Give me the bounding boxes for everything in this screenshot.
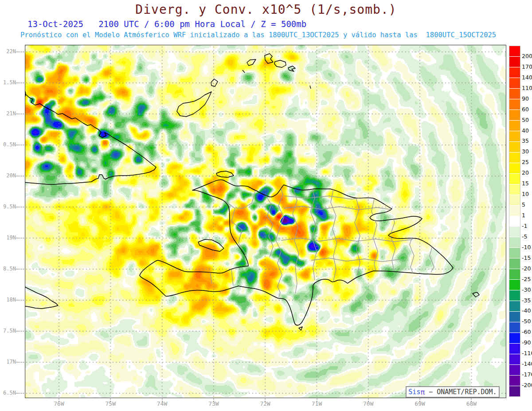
colorbar-tick-label: -60 [522, 329, 531, 335]
lat-tick-label: 20N [1, 172, 16, 179]
colorbar-tick-label: -50 [522, 318, 531, 325]
colorbar-segment [509, 216, 520, 227]
colorbar-tick-label: -10 [522, 244, 531, 251]
colorbar-tick-label: 25 [522, 159, 529, 165]
colorbar-tick-label: 10 [522, 191, 529, 197]
lat-axis-tick [16, 145, 24, 145]
colorbar-segment [509, 258, 520, 269]
lat-axis-tick [16, 331, 24, 332]
colorbar-segment [509, 163, 520, 174]
colorbar-segment [509, 131, 520, 142]
colorbar-tick-label: -25 [522, 276, 531, 282]
small-islands [177, 54, 479, 330]
colorbar-segment [509, 57, 520, 67]
lon-axis-tick [368, 399, 369, 402]
colorbar-segment [509, 174, 520, 184]
attribution-pi-icon: π [420, 388, 425, 396]
subtitle-model-info: Pronóstico con el Modelo Atmósferico WRF… [20, 31, 496, 39]
colorbar-tick-label: -170 [522, 371, 532, 378]
lat-axis-tick [16, 114, 24, 114]
jamaica-coastline [25, 281, 58, 309]
map-area [25, 45, 506, 398]
lon-axis-tick [265, 399, 266, 402]
lon-axis-tick [471, 399, 472, 402]
colorbar-tick-label: -110 [522, 350, 532, 356]
colorbar-tick-label: 90 [522, 95, 529, 102]
colorbar-segment [509, 67, 520, 78]
lat-tick-label: 18N [1, 297, 16, 303]
colorbar-segment [509, 142, 520, 153]
colorbar-tick-label: 110 [522, 85, 532, 91]
lon-axis-tick [419, 399, 420, 402]
lat-tick-label: 1.5N [1, 79, 16, 86]
colorbar-tick-label: 35 [522, 137, 529, 144]
colorbar-segment [509, 386, 520, 396]
colorbar-tick-label: -140 [522, 360, 532, 367]
lat-tick-label: 8.5N [1, 266, 16, 272]
lat-axis-tick [16, 238, 24, 239]
colorbar-segment [509, 121, 520, 131]
colorbar-segment [509, 269, 520, 280]
weather-map-page: Diverg. y Conv. x10^5 (1/s,somb.) 13-Oct… [0, 0, 532, 411]
colorbar-tick-label: -1 [522, 223, 527, 229]
lat-tick-label: 6.5N [1, 390, 16, 396]
lat-axis-tick [16, 207, 24, 207]
colorbar-segment [509, 354, 520, 365]
colorbar-tick-label: 200 [522, 53, 532, 59]
lat-axis-tick [16, 51, 24, 52]
colorbar-tick-label: 5 [522, 201, 525, 208]
colorbar-segment [509, 344, 520, 354]
colorbar-segment [509, 280, 520, 290]
lat-axis-tick [16, 176, 24, 176]
colorbar-segment [509, 153, 520, 163]
colorbar-tick-label: -40 [522, 307, 531, 314]
colorbar-tick-label: -30 [522, 286, 531, 293]
colorbar-segment [509, 333, 520, 344]
colorbar-segment [509, 376, 520, 386]
colorbar-tick-label: 20 [522, 169, 529, 176]
lon-axis-tick [110, 399, 111, 402]
lon-axis-tick [162, 399, 163, 402]
colorbar-tick-label: 40 [522, 127, 529, 134]
attribution-box: Sisπ − ONAMET/REP.DOM. [406, 386, 500, 398]
colorbar-tick-label: 140 [522, 74, 532, 81]
colorbar-segment [509, 184, 520, 195]
lat-axis-tick [16, 82, 24, 83]
colorbar-segment [509, 322, 520, 333]
map-frame [25, 45, 506, 398]
colorbar-segment [509, 290, 520, 301]
lon-axis-tick [317, 399, 317, 402]
lat-axis-tick [16, 269, 24, 270]
page-title: Diverg. y Conv. x10^5 (1/s,somb.) [0, 2, 532, 17]
colorbar-tick-label: -200 [522, 382, 532, 388]
lon-axis-tick [213, 399, 214, 402]
colorbar-segment [509, 237, 520, 248]
cuba-coastline [25, 90, 156, 184]
colorbar-tick-label: -35 [522, 297, 531, 304]
colorbar-segment [509, 301, 520, 312]
colorbar-segment [509, 195, 520, 206]
colorbar-tick-label: 15 [522, 180, 529, 187]
colorbar-segment [509, 99, 520, 110]
colorbar-segment [509, 227, 520, 237]
coastlines-overlay [25, 45, 506, 398]
colorbar-tick-label: -90 [522, 339, 531, 346]
colorbar-tick-label: -5 [522, 233, 527, 240]
colorbar-tick-label: 170 [522, 63, 532, 70]
colorbar-tick-label: -20 [522, 265, 531, 272]
lat-axis-tick [16, 362, 24, 363]
lat-tick-label: 21N [1, 110, 16, 117]
lat-tick-label: 0.5N [1, 141, 16, 148]
attribution-org: − ONAMET/REP.DOM. [425, 388, 497, 396]
colorbar-tick-label: -15 [522, 254, 531, 261]
colorbar-tick-label: 30 [522, 148, 529, 155]
subtitle-datetime: 13-Oct-2025 2100 UTC / 6:00 pm Hora Loca… [27, 19, 306, 29]
colorbar-segment [509, 89, 520, 99]
colorbar [509, 46, 520, 397]
colorbar-segment [509, 78, 520, 89]
lat-tick-label: 17N [1, 359, 16, 365]
lon-axis-tick [59, 399, 59, 402]
lat-axis-tick [16, 300, 24, 301]
colorbar-segment [509, 312, 520, 322]
lat-tick-label: 22N [1, 48, 16, 55]
